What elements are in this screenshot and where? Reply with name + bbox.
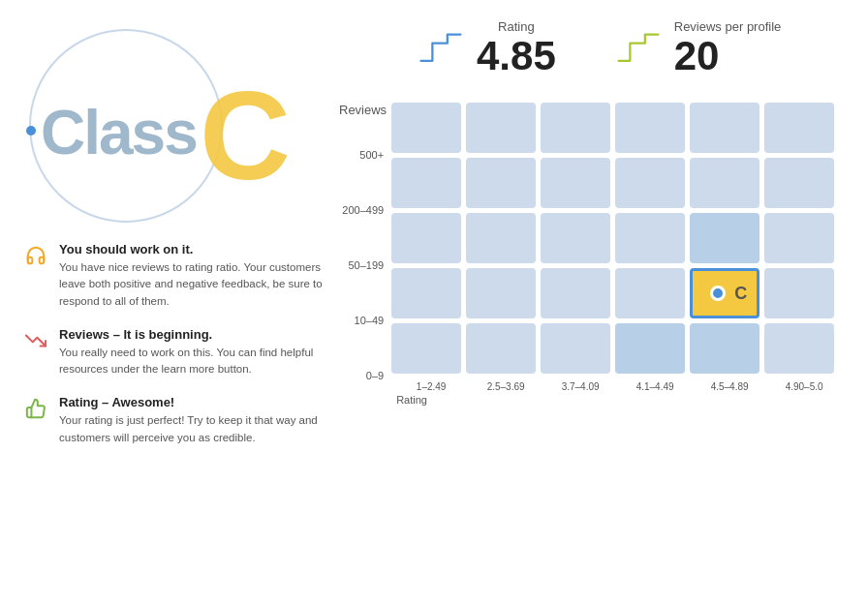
cell-4-3 [615, 323, 685, 374]
x-label-2: 3.7–4.09 [545, 381, 615, 392]
cell-0-3 [615, 103, 685, 153]
feedback-item-beginning: Reviews – It is beginning. You really ne… [24, 327, 329, 378]
x-labels-container: 1–2.49 2.5–3.69 3.7–4.09 4.1–4.49 4.5–4.… [391, 381, 849, 392]
cell-0-2 [541, 103, 610, 153]
cell-1-5 [764, 158, 834, 208]
letter-c: C [200, 73, 291, 198]
reviews-step-icon [614, 25, 663, 74]
x-axis-label: Rating [391, 394, 427, 406]
x-label-0: 1–2.49 [396, 381, 466, 392]
class-label: Class [41, 97, 197, 168]
x-label-1: 2.5–3.69 [471, 381, 541, 392]
reviews-stat-content: Reviews per profile 20 [674, 19, 782, 78]
x-axis-label-row: Rating [391, 394, 849, 406]
feedback-title-awesome: Rating – Awesome! [59, 395, 329, 409]
highlight-dot [710, 286, 726, 301]
cell-1-1 [466, 158, 536, 208]
cell-2-3 [615, 213, 685, 263]
dot-indicator [26, 126, 36, 136]
cell-3-0 [391, 268, 461, 318]
stat-reviews-per-profile: Reviews per profile 20 [614, 19, 782, 78]
cell-4-5 [764, 323, 834, 374]
cell-4-0 [391, 323, 461, 374]
thumbs-up-icon [24, 397, 47, 420]
feedback-body-awesome: Your rating is just perfect! Try to keep… [59, 412, 329, 446]
y-label-0: 0–9 [342, 347, 391, 403]
y-label-200: 200–499 [342, 182, 391, 237]
cell-3-4-highlight: C [690, 268, 760, 318]
grid-row-200 [391, 158, 849, 208]
grid-row-50 [391, 213, 849, 263]
cell-2-1 [466, 213, 536, 263]
cell-2-4 [690, 213, 760, 263]
grid-body: C 1 [391, 103, 849, 432]
cell-2-5 [764, 213, 834, 263]
cell-1-4 [690, 158, 760, 208]
stat-rating: Rating 4.85 [417, 19, 556, 78]
feedback-title-work-on-it: You should work on it. [59, 242, 329, 257]
cell-3-2 [541, 268, 610, 318]
feedback-text-awesome: Rating – Awesome! Your rating is just pe… [59, 395, 329, 446]
grid-row-10: C [391, 268, 849, 318]
right-panel: Rating 4.85 Reviews per profile 20 [329, 19, 849, 585]
rating-label: Rating [477, 19, 556, 34]
y-labels: 500+ 200–499 50–199 10–49 0–9 [342, 122, 391, 432]
feedback-title-beginning: Reviews – It is beginning. [59, 327, 329, 342]
grid-row-500 [391, 103, 849, 153]
cell-3-3 [615, 268, 685, 318]
cell-4-2 [541, 323, 610, 374]
headphones-icon [24, 244, 47, 267]
feedback-item-awesome: Rating – Awesome! Your rating is just pe… [24, 395, 329, 446]
feedback-text-work-on-it: You should work on it. You have nice rev… [59, 242, 329, 310]
cell-0-5 [764, 103, 834, 153]
rating-stat-content: Rating 4.85 [477, 19, 556, 78]
grid-rows: C [391, 103, 849, 374]
left-panel: Class C You should work on it. You have … [19, 19, 329, 585]
grid-row-0 [391, 323, 849, 374]
feedback-body-beginning: You really need to work on this. You can… [59, 345, 329, 378]
logo-area: Class C [19, 19, 310, 232]
highlight-letter: C [734, 284, 747, 304]
grid-container: Reviews 500+ 200–499 50–199 10–49 0–9 [339, 103, 849, 432]
feedback-body-work-on-it: You have nice reviews to rating ratio. Y… [59, 259, 329, 310]
reviews-per-profile-label: Reviews per profile [674, 19, 782, 34]
trending-down-icon [24, 329, 47, 352]
cell-1-2 [541, 158, 610, 208]
rating-step-icon [417, 25, 465, 74]
cell-2-2 [541, 213, 610, 263]
x-label-3: 4.1–4.49 [620, 381, 690, 392]
y-label-500: 500+ [342, 127, 391, 182]
y-label-50: 50–199 [342, 237, 391, 292]
cell-1-0 [391, 158, 461, 208]
x-label-4: 4.5–4.89 [695, 381, 764, 392]
cell-4-4 [690, 323, 760, 374]
cell-3-5 [764, 268, 834, 318]
x-label-5: 4.90–5.0 [769, 381, 839, 392]
cell-3-1 [466, 268, 536, 318]
feedback-list: You should work on it. You have nice rev… [19, 242, 329, 446]
cell-0-0 [391, 103, 461, 153]
cell-1-3 [615, 158, 685, 208]
y-label-10: 10–49 [342, 292, 391, 347]
cell-0-4 [690, 103, 760, 153]
rating-value: 4.85 [477, 34, 556, 78]
cell-4-1 [466, 323, 536, 374]
feedback-item-work-on-it: You should work on it. You have nice rev… [24, 242, 329, 310]
cell-2-0 [391, 213, 461, 263]
y-axis-title: Reviews [339, 103, 391, 117]
cell-0-1 [466, 103, 536, 153]
stats-row: Rating 4.85 Reviews per profile 20 [339, 19, 849, 78]
feedback-text-beginning: Reviews – It is beginning. You really ne… [59, 327, 329, 378]
reviews-per-profile-value: 20 [674, 34, 782, 78]
